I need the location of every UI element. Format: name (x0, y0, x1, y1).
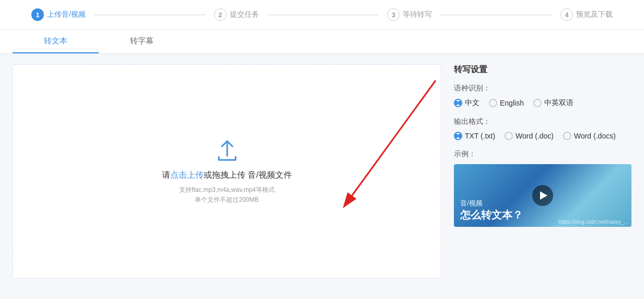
radio-txt (454, 132, 462, 140)
step-1-label: 上传音/视频 (47, 10, 86, 19)
tab-text[interactable]: 转文本 (13, 30, 99, 53)
language-option-zh[interactable]: 中文 (454, 98, 479, 108)
format-docs-label: Word (.docs) (574, 132, 616, 140)
upload-icon (215, 138, 240, 165)
step-2-label: 提交任务 (230, 10, 259, 19)
step-4: 4 预览及下载 (560, 8, 613, 21)
upload-area[interactable]: 请点击上传或拖拽上传 音/视频文件 支持flac,mp3,m4a,wav,mp4… (13, 64, 441, 279)
language-label: 语种识别： (454, 84, 631, 93)
step-4-label: 预览及下载 (576, 10, 613, 19)
language-en-label: English (500, 99, 524, 107)
language-bilingual-label: 中英双语 (544, 98, 573, 108)
main-content: 请点击上传或拖拽上传 音/视频文件 支持flac,mp3,m4a,wav,mp4… (0, 54, 644, 289)
language-option-bilingual[interactable]: 中英双语 (533, 98, 573, 108)
svg-line-1 (352, 80, 436, 196)
step-1-number: 1 (31, 8, 44, 21)
step-connector-2 (267, 15, 379, 15)
format-txt-label: TXT (.txt) (465, 132, 495, 140)
stepper: 1 上传音/视频 2 提交任务 3 等待转写 4 预览及下载 (0, 0, 644, 30)
step-connector-3 (440, 15, 552, 15)
format-doc-label: Word (.doc) (516, 132, 554, 140)
format-option-doc[interactable]: Word (.doc) (505, 132, 554, 140)
example-section: 示例： 音/视频 怎么转文本？ https://blog.csdn.net/ha… (454, 150, 631, 227)
step-3-label: 等待转写 (403, 10, 432, 19)
format-section: 输出格式： TXT (.txt) Word (.doc) Word (454, 117, 631, 140)
example-label: 示例： (454, 150, 631, 159)
settings-panel: 转写设置 语种识别： 中文 English (454, 64, 631, 279)
play-icon (540, 191, 547, 200)
radio-doc (505, 132, 513, 140)
arrow-decoration (274, 75, 441, 243)
format-option-txt[interactable]: TXT (.txt) (454, 132, 495, 140)
radio-docs (563, 132, 571, 140)
example-video[interactable]: 音/视频 怎么转文本？ https://blog.csdn.net/happy_… (454, 164, 631, 227)
tab-bar: 转文本 转字幕 (0, 30, 644, 54)
play-button[interactable] (532, 185, 553, 206)
step-2: 2 提交任务 (214, 8, 259, 21)
radio-en (489, 99, 497, 107)
step-2-number: 2 (214, 8, 227, 21)
language-section: 语种识别： 中文 English 中英双语 (454, 84, 631, 108)
upload-hint: 支持flac,mp3,m4a,wav,mp4等格式 单个文件不超过200MB (179, 185, 275, 205)
format-option-docs[interactable]: Word (.docs) (563, 132, 616, 140)
upload-click-link[interactable]: 点击上传 (170, 170, 204, 179)
step-3-number: 3 (387, 8, 400, 21)
format-label: 输出格式： (454, 117, 631, 126)
example-video-text: 音/视频 怎么转文本？ (460, 199, 523, 222)
step-3: 3 等待转写 (387, 8, 432, 21)
step-connector-1 (94, 15, 206, 15)
step-4-number: 4 (560, 8, 573, 21)
radio-bilingual (533, 99, 542, 107)
step-1: 1 上传音/视频 (31, 8, 86, 21)
language-options: 中文 English 中英双语 (454, 98, 631, 108)
settings-title: 转写设置 (454, 64, 631, 75)
watermark: https://blog.csdn.net/happy_... (559, 219, 628, 225)
tab-subtitle[interactable]: 转字幕 (99, 30, 185, 53)
language-zh-label: 中文 (465, 98, 479, 108)
format-options: TXT (.txt) Word (.doc) Word (.docs) (454, 132, 631, 140)
upload-prompt: 请点击上传或拖拽上传 音/视频文件 (162, 170, 292, 181)
radio-zh (454, 99, 462, 107)
language-option-en[interactable]: English (489, 99, 524, 107)
